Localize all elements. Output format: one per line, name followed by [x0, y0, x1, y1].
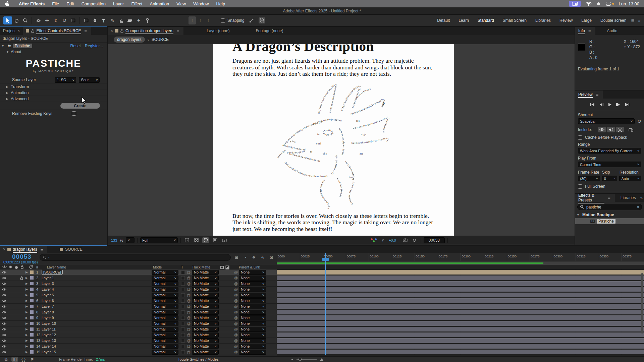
- layer-duration-bar[interactable]: [277, 276, 644, 280]
- expand-arrow-icon[interactable]: ▶: [25, 315, 28, 321]
- show-snapshot-icon[interactable]: [411, 237, 418, 243]
- parent-link-dropdown[interactable]: None∨: [239, 349, 266, 355]
- clone-stamp-tool[interactable]: [117, 16, 125, 24]
- snap-edges-icon[interactable]: [248, 17, 255, 23]
- label-color-swatch[interactable]: [30, 292, 34, 298]
- camera-settings-icon[interactable]: [221, 237, 228, 243]
- t-column-header[interactable]: T: [181, 265, 183, 269]
- parent-link-dropdown[interactable]: None∨: [239, 298, 266, 304]
- eye-icon[interactable]: [2, 275, 6, 281]
- tab-composition[interactable]: × Composition dragon layers ≡: [108, 27, 183, 35]
- preserve-transparency-toggle[interactable]: [181, 332, 185, 338]
- exposure-value[interactable]: +0,0: [389, 238, 396, 242]
- expand-arrow-icon[interactable]: ▶: [25, 344, 28, 349]
- blend-mode-dropdown[interactable]: Normal∨: [152, 326, 178, 332]
- parent-pickwhip-icon[interactable]: @: [234, 275, 238, 281]
- resolution-dropdown[interactable]: Full ∨: [140, 237, 178, 243]
- expand-layers-icon[interactable]: ⧉: [3, 357, 9, 362]
- next-frame-button[interactable]: [616, 103, 621, 107]
- layer-name[interactable]: Layer 5: [42, 292, 54, 298]
- timeline-search-field[interactable]: ∨: [40, 254, 231, 261]
- layer-duration-bar[interactable]: [277, 327, 644, 331]
- parent-pickwhip-icon[interactable]: @: [234, 315, 238, 321]
- expand-arrow-icon[interactable]: ▶: [25, 326, 28, 332]
- matte-pickwhip-icon[interactable]: @: [187, 315, 191, 321]
- effect-name[interactable]: Pastiche: [13, 44, 32, 48]
- parent-link-dropdown[interactable]: None∨: [239, 338, 266, 344]
- menu-item[interactable]: File: [48, 1, 63, 6]
- workspace-button[interactable]: Libraries: [535, 18, 551, 23]
- blend-mode-dropdown[interactable]: Normal∨: [152, 349, 178, 355]
- parent-pickwhip-icon[interactable]: @: [234, 344, 238, 349]
- panel-menu-icon[interactable]: ≡: [83, 28, 89, 34]
- camera-tool[interactable]: [69, 16, 77, 24]
- eye-icon[interactable]: [2, 281, 6, 287]
- expand-caret-icon[interactable]: ▶: [6, 91, 11, 95]
- parent-pickwhip-icon[interactable]: @: [234, 304, 238, 309]
- lock-icon[interactable]: [20, 275, 23, 281]
- dolly-camera-tool[interactable]: ⇕: [51, 16, 60, 24]
- expand-arrow-icon[interactable]: ▶: [25, 332, 28, 338]
- panel-menu-icon[interactable]: ≡: [606, 195, 612, 200]
- first-frame-button[interactable]: [590, 103, 595, 107]
- parent-link-dropdown[interactable]: None∨: [239, 344, 266, 349]
- rotation-tool[interactable]: ↺: [60, 16, 69, 24]
- effect-item-name[interactable]: Pastiche: [597, 219, 615, 224]
- track-matte-dropdown[interactable]: No Matte∨: [192, 292, 219, 298]
- preserve-transparency-icon[interactable]: [220, 265, 224, 269]
- group-transform[interactable]: ▶ Transform: [0, 83, 107, 89]
- region-of-interest-icon[interactable]: [202, 237, 209, 243]
- label-color-swatch[interactable]: [30, 332, 34, 338]
- wifi-icon[interactable]: [586, 2, 592, 6]
- solo-column-icon[interactable]: [15, 266, 18, 269]
- resolution-dropdown[interactable]: Auto∨: [619, 176, 641, 181]
- matte-pickwhip-icon[interactable]: @: [187, 298, 191, 304]
- expand-arrow-icon[interactable]: ▶: [25, 287, 28, 292]
- matte-pickwhip-icon[interactable]: @: [187, 304, 191, 309]
- close-icon[interactable]: ×: [3, 247, 5, 252]
- layer-row[interactable]: ▶ 14 Layer 14 Normal∨ @ No Matte∨ @: [0, 344, 277, 349]
- track-matte-dropdown[interactable]: No Matte∨: [192, 298, 219, 304]
- layer-duration-bar[interactable]: [277, 298, 644, 303]
- motion-blur-icon[interactable]: ⊠: [268, 254, 275, 260]
- parent-link-dropdown[interactable]: None∨: [239, 321, 266, 326]
- snapping-checkbox[interactable]: [221, 18, 225, 23]
- draft3d-icon[interactable]: ◔: [242, 254, 249, 260]
- orbit-camera-tool[interactable]: [34, 16, 43, 24]
- preserve-transparency-toggle[interactable]: [181, 315, 185, 321]
- eye-icon[interactable]: [2, 326, 6, 332]
- play-button[interactable]: [608, 103, 612, 107]
- close-icon[interactable]: ×: [111, 28, 113, 33]
- layer-duration-bar[interactable]: [277, 287, 644, 292]
- layer-row[interactable]: ▶ 6 Layer 6 Normal∨ @ No Matte∨ @: [0, 298, 277, 304]
- last-frame-button[interactable]: [625, 103, 630, 107]
- parent-link-dropdown[interactable]: None∨: [239, 269, 266, 275]
- eye-icon[interactable]: [2, 292, 6, 298]
- layer-duration-bar[interactable]: [277, 281, 644, 286]
- preserve-transparency-toggle[interactable]: [181, 309, 185, 315]
- parent-pickwhip-icon[interactable]: @: [234, 332, 238, 338]
- track-matte-dropdown[interactable]: No Matte∨: [192, 332, 219, 338]
- expand-arrow-icon[interactable]: ▶: [25, 309, 28, 315]
- parent-pickwhip-icon[interactable]: @: [234, 281, 238, 287]
- expand-arrow-icon[interactable]: ▶: [25, 349, 28, 355]
- expand-arrow-icon[interactable]: ▶: [25, 292, 28, 298]
- matte-toggle-icon[interactable]: [225, 265, 229, 269]
- eraser-tool[interactable]: [125, 16, 134, 24]
- layer-bar-row[interactable]: [277, 309, 644, 315]
- layer-bar-row[interactable]: [277, 298, 644, 304]
- current-frame-field[interactable]: 00053: [424, 237, 445, 243]
- layer-name[interactable]: Layer 7: [42, 304, 54, 309]
- parent-link-dropdown[interactable]: None∨: [239, 315, 266, 321]
- preserve-transparency-toggle[interactable]: [181, 298, 185, 304]
- screen-sharing-icon[interactable]: [569, 1, 581, 7]
- parent-pickwhip-icon[interactable]: @: [234, 338, 238, 344]
- layer-row[interactable]: ▶ 15 Layer 15 Normal∨ @ No Matte∨ @: [0, 349, 277, 355]
- snapshot-icon[interactable]: [402, 237, 409, 243]
- collapse-caret-icon[interactable]: ▼: [577, 213, 581, 217]
- timeline-graph-area[interactable]: 0000000250005000075001000012500150001750…: [277, 253, 644, 356]
- menu-item[interactable]: View: [173, 1, 190, 6]
- label-color-swatch[interactable]: [30, 298, 34, 304]
- effect-header-row[interactable]: ▼ fx Pastiche Reset Register...: [0, 42, 107, 49]
- label-color-swatch[interactable]: [30, 287, 34, 292]
